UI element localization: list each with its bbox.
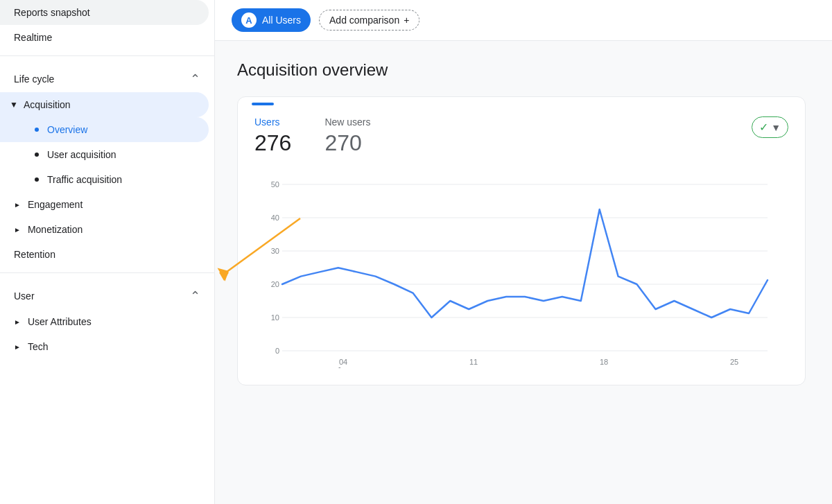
sidebar-item-user-acquisition[interactable]: User acquisition <box>0 142 209 167</box>
svg-text:25: 25 <box>730 358 738 366</box>
sidebar-item-monetization[interactable]: ► Monetization <box>0 217 209 242</box>
user-acquisition-label: User acquisition <box>47 149 116 160</box>
sidebar-item-user-attributes[interactable]: ► User Attributes <box>0 309 209 334</box>
svg-text:10: 10 <box>271 313 279 322</box>
check-dropdown-button[interactable]: ✓ ▼ <box>752 116 788 138</box>
sidebar-item-engagement[interactable]: ► Engagement <box>0 192 209 217</box>
sidebar-divider-1 <box>0 55 214 56</box>
top-bar: A All Users Add comparison + <box>215 0 832 41</box>
engagement-label: Engagement <box>28 199 83 210</box>
user-attributes-label: User Attributes <box>28 316 92 327</box>
lifecycle-section-header: Life cycle ⌃ <box>0 62 214 92</box>
all-users-chip[interactable]: A All Users <box>232 8 311 32</box>
svg-text:40: 40 <box>271 214 279 222</box>
svg-text:18: 18 <box>600 358 608 366</box>
sidebar-item-label: Realtime <box>14 32 52 43</box>
user-collapse-icon[interactable]: ⌃ <box>190 288 200 304</box>
sidebar-item-label: Reports snapshot <box>14 7 90 18</box>
line-chart: 0 10 20 30 40 50 04 Jun 11 18 25 <box>254 167 781 368</box>
all-users-label: All Users <box>262 15 301 26</box>
user-attributes-chevron-icon: ► <box>14 318 21 326</box>
svg-marker-18 <box>218 264 232 281</box>
sidebar-item-realtime[interactable]: Realtime <box>0 25 209 50</box>
svg-marker-19 <box>219 272 229 281</box>
svg-text:30: 30 <box>271 247 279 255</box>
user-section-header: User ⌃ <box>0 279 214 309</box>
metric-new-users[interactable]: New users 270 <box>324 116 370 156</box>
sidebar-item-acquisition[interactable]: ▼ Acquisition <box>0 92 209 117</box>
svg-text:04: 04 <box>339 358 347 366</box>
sidebar-divider-2 <box>0 272 214 273</box>
sidebar: Reports snapshot Realtime Life cycle ⌃ ▼… <box>0 0 215 504</box>
tech-chevron-icon: ► <box>14 343 21 351</box>
sidebar-item-overview[interactable]: Overview <box>0 117 209 142</box>
metric-users-label: Users <box>254 116 291 128</box>
chart-card: Users 276 New users 270 ✓ ▼ <box>237 96 806 385</box>
check-icon: ✓ <box>759 121 768 134</box>
sidebar-item-retention[interactable]: Retention <box>0 242 209 267</box>
monetization-label: Monetization <box>28 224 83 235</box>
overview-label: Overview <box>47 124 87 135</box>
content-area: Acquisition overview Users 276 New users… <box>215 41 832 504</box>
svg-text:0: 0 <box>275 347 279 355</box>
sidebar-item-reports-snapshot[interactable]: Reports snapshot <box>0 0 209 25</box>
sidebar-item-traffic-acquisition[interactable]: Traffic acquisition <box>0 167 209 192</box>
metric-users[interactable]: Users 276 <box>254 116 291 156</box>
svg-text:Jun: Jun <box>337 366 349 368</box>
lifecycle-collapse-icon[interactable]: ⌃ <box>190 71 200 87</box>
svg-text:11: 11 <box>469 358 478 366</box>
svg-text:20: 20 <box>271 280 279 288</box>
all-users-avatar: A <box>241 12 257 28</box>
acquisition-label: Acquisition <box>24 99 71 110</box>
overview-bullet <box>35 128 39 132</box>
add-comparison-label: Add comparison <box>329 15 399 26</box>
metric-new-users-label: New users <box>324 116 370 128</box>
user-acquisition-bullet <box>35 153 39 157</box>
tech-label: Tech <box>28 341 49 352</box>
sidebar-item-tech[interactable]: ► Tech <box>0 334 209 359</box>
metric-users-value: 276 <box>254 130 291 156</box>
acquisition-chevron-icon: ▼ <box>10 100 18 110</box>
retention-label: Retention <box>14 249 55 260</box>
monetization-chevron-icon: ► <box>14 226 21 234</box>
page-title: Acquisition overview <box>237 60 810 80</box>
lifecycle-label: Life cycle <box>14 73 54 85</box>
chart-svg-area: 0 10 20 30 40 50 04 Jun 11 18 25 <box>238 156 805 371</box>
engagement-chevron-icon: ► <box>14 201 21 209</box>
dropdown-arrow-icon: ▼ <box>771 122 781 133</box>
main-content: A All Users Add comparison + Acquisition… <box>215 0 832 504</box>
add-comparison-button[interactable]: Add comparison + <box>319 10 419 31</box>
user-label: User <box>14 290 35 302</box>
add-comparison-plus-icon: + <box>404 15 409 26</box>
traffic-acquisition-label: Traffic acquisition <box>47 174 122 185</box>
svg-text:50: 50 <box>271 180 279 189</box>
metric-new-users-value: 270 <box>324 130 370 156</box>
traffic-acquisition-bullet <box>35 177 39 182</box>
metrics-row: Users 276 New users 270 ✓ ▼ <box>238 105 805 156</box>
